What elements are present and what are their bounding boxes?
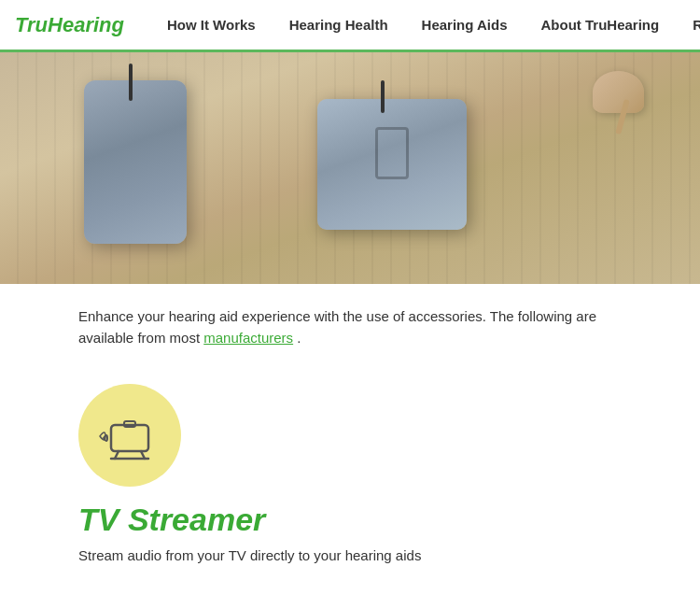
- device-right: [317, 99, 467, 230]
- description-main: Enhance your hearing aid experience with…: [78, 308, 596, 346]
- product-description: Stream audio from your TV directly to yo…: [78, 545, 421, 567]
- hero-image-inner: [0, 52, 700, 284]
- main-content: Enhance your hearing aid experience with…: [0, 52, 700, 589]
- nav-resources[interactable]: Reso...: [676, 0, 700, 50]
- description-suffix: .: [297, 330, 301, 346]
- device-hearing-aid: [569, 71, 644, 136]
- nav-about-truhearing[interactable]: About TruHearing: [525, 0, 677, 50]
- nav-hearing-aids[interactable]: Hearing Aids: [405, 0, 525, 50]
- manufacturers-link[interactable]: manufacturers: [203, 330, 293, 346]
- nav-hearing-health[interactable]: Hearing Health: [273, 0, 405, 50]
- tv-streamer-icon-circle: [78, 384, 181, 487]
- tv-streamer-svg-icon: [98, 408, 161, 462]
- text-section: Enhance your hearing aid experience with…: [0, 284, 700, 369]
- device-left: [84, 80, 187, 244]
- icon-section: TV Streamer Stream audio from your TV di…: [0, 369, 700, 567]
- nav-links: How It Works Hearing Health Hearing Aids…: [150, 0, 700, 50]
- hero-image: [0, 52, 700, 284]
- description-text: Enhance your hearing aid experience with…: [78, 306, 622, 348]
- nav-how-it-works[interactable]: How It Works: [150, 0, 273, 50]
- product-title: TV Streamer: [78, 502, 265, 538]
- navigation: TruHearing How It Works Hearing Health H…: [0, 0, 700, 52]
- svg-rect-0: [111, 425, 148, 451]
- site-logo[interactable]: TruHearing: [15, 13, 124, 37]
